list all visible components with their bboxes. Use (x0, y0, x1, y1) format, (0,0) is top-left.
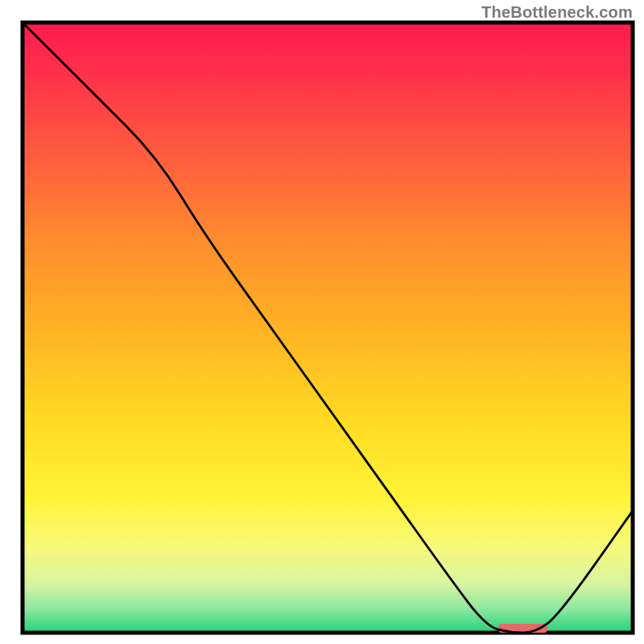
chart-container: TheBottleneck.com (0, 0, 644, 644)
bottleneck-curve-chart (0, 0, 644, 644)
watermark-text: TheBottleneck.com (481, 3, 633, 22)
